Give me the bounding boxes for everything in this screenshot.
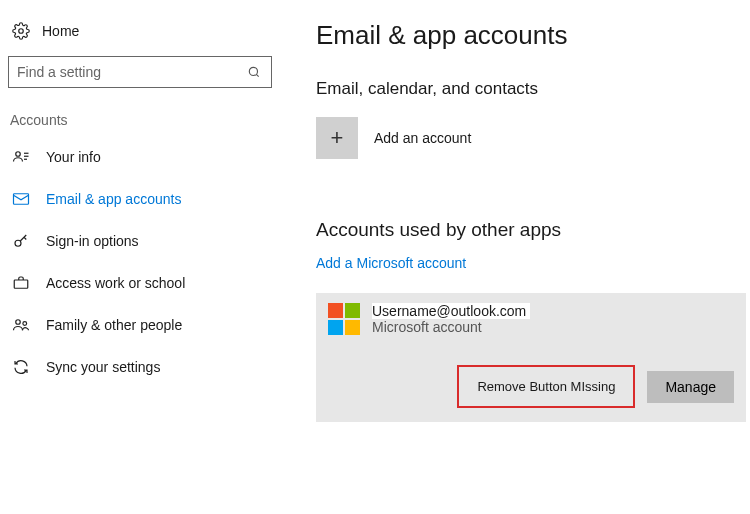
remove-button-missing-annotation: Remove Button MIssing xyxy=(457,365,635,408)
svg-point-11 xyxy=(23,322,27,326)
section-accounts-used-by-other-apps: Accounts used by other apps xyxy=(316,219,750,241)
account-username: Username@outlook.com xyxy=(372,303,530,319)
add-account-label: Add an account xyxy=(374,130,471,146)
svg-point-3 xyxy=(16,152,21,157)
sidebar-item-email-app-accounts[interactable]: Email & app accounts xyxy=(8,178,272,220)
search-input[interactable] xyxy=(17,64,237,80)
nav-label: Email & app accounts xyxy=(46,191,181,207)
people-icon xyxy=(12,316,30,334)
account-card[interactable]: Username@outlook.com Microsoft account R… xyxy=(316,293,746,422)
nav-label: Family & other people xyxy=(46,317,182,333)
sidebar-item-access-work-school[interactable]: Access work or school xyxy=(8,262,272,304)
svg-point-0 xyxy=(19,29,24,34)
manage-button[interactable]: Manage xyxy=(647,371,734,403)
sidebar: Home Accounts Your info Email & app acco… xyxy=(0,0,280,514)
home-label: Home xyxy=(42,23,79,39)
svg-point-10 xyxy=(16,320,21,325)
nav-label: Your info xyxy=(46,149,101,165)
home-button[interactable]: Home xyxy=(8,22,272,56)
svg-line-2 xyxy=(256,74,258,76)
person-card-icon xyxy=(12,148,30,166)
sidebar-item-sign-in-options[interactable]: Sign-in options xyxy=(8,220,272,262)
sidebar-item-family-other-people[interactable]: Family & other people xyxy=(8,304,272,346)
section-email-calendar-contacts: Email, calendar, and contacts xyxy=(316,79,750,99)
gear-icon xyxy=(12,22,30,40)
microsoft-logo-icon xyxy=(328,303,360,335)
briefcase-icon xyxy=(12,274,30,292)
content-pane: Email & app accounts Email, calendar, an… xyxy=(280,0,750,514)
sidebar-item-your-info[interactable]: Your info xyxy=(8,136,272,178)
nav-label: Access work or school xyxy=(46,275,185,291)
svg-rect-7 xyxy=(14,194,29,205)
nav-label: Sync your settings xyxy=(46,359,160,375)
search-box[interactable] xyxy=(8,56,272,88)
add-microsoft-account-link[interactable]: Add a Microsoft account xyxy=(316,255,466,271)
search-icon xyxy=(245,63,263,81)
page-title: Email & app accounts xyxy=(316,20,750,51)
nav-label: Sign-in options xyxy=(46,233,139,249)
plus-icon: + xyxy=(316,117,358,159)
svg-rect-9 xyxy=(14,280,28,288)
section-label: Accounts xyxy=(8,112,272,136)
sidebar-item-sync-settings[interactable]: Sync your settings xyxy=(8,346,272,388)
svg-point-8 xyxy=(15,240,21,246)
key-icon xyxy=(12,232,30,250)
account-type: Microsoft account xyxy=(372,319,530,335)
mail-icon xyxy=(12,190,30,208)
sync-icon xyxy=(12,358,30,376)
add-account-button[interactable]: + Add an account xyxy=(316,117,750,159)
svg-point-1 xyxy=(249,67,257,75)
